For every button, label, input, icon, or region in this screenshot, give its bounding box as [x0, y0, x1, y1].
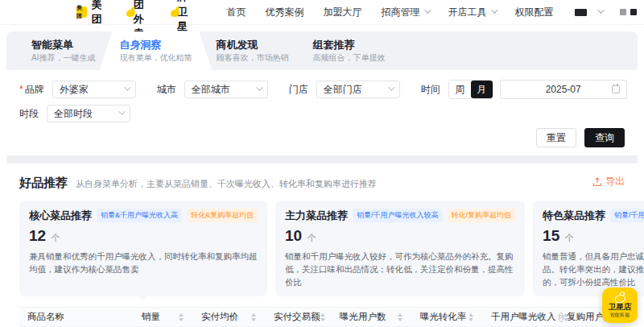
period-value: 全部时段 [54, 107, 114, 121]
card-description: 销量普通，但具备用户忠诚度，适合重点培育或当作引流品。转化率突出的，建议推全门店… [543, 250, 644, 289]
tab-smart-menu[interactable]: 智能菜单 AI推荐，一键生成 [19, 31, 107, 70]
meituan-logo-text: 美团 [91, 0, 106, 27]
col-label: 实付均价 [201, 311, 238, 323]
card-title: 主力菜品推荐 [285, 209, 348, 223]
col-label: 曝光用户数 [340, 311, 386, 323]
chevron-down-icon [388, 84, 394, 90]
panel-gap [6, 155, 638, 164]
main-nav: 首页 优秀案例 加盟大厅 招商管理 开店工具 权限配置 [227, 6, 554, 19]
card-main-dishes[interactable]: 主力菜品推荐 销量/千用户曝光收入较高 转化/复购率超均值 10 个 销量和千用… [275, 201, 525, 297]
required-asterisk: * [19, 84, 23, 95]
tab-self-insight[interactable]: 自身洞察 现有菜单，优化精简 [107, 31, 204, 70]
col-header-sales[interactable]: 销量 [134, 308, 193, 326]
card-special-dishes[interactable]: 特色菜品推荐 销量/千用户曝光收入一般 转化/复购率突出 15 个 销量普通，但… [533, 201, 644, 297]
sales-tag: 销量&千用户曝光收入高 [97, 209, 182, 222]
col-header-conversion-rate[interactable]: 曝光转化率 [412, 308, 483, 326]
chevron-down-icon [124, 84, 130, 90]
tab-title: 自身洞察 [119, 39, 192, 50]
period-select[interactable]: 全部时段 [47, 105, 130, 122]
card-title: 核心菜品推荐 [29, 209, 92, 223]
kangaroo-icon [125, 6, 130, 19]
chevron-down-icon [491, 6, 497, 13]
reset-button[interactable]: 重置 [536, 128, 576, 147]
city-label: 城市 [157, 83, 176, 97]
col-header-gmv[interactable]: 实付交易额 [266, 308, 332, 326]
avatar-masked[interactable] [620, 9, 637, 15]
card-core-dishes[interactable]: 核心菜品推荐 销量&千用户曝光收入高 转化&复购率超均值 12 个 兼具销量和优… [19, 201, 267, 297]
sales-tag: 销量/千用户曝光收入较高 [353, 209, 443, 222]
sort-icon[interactable] [398, 313, 402, 321]
card-count: 15 [543, 227, 559, 244]
satellite-assistant-button[interactable]: 卫星店 智能客服 [602, 288, 638, 323]
col-label: 实付交易额 [274, 311, 320, 323]
nav-item-permissions[interactable]: 权限配置 [515, 6, 554, 19]
export-label: 导出 [605, 175, 625, 188]
feature-tabstrip: 智能菜单 AI推荐，一键生成 自身洞察 现有菜单，优化精简 商机发现 顾客喜欢，… [6, 31, 638, 70]
col-header-avg-price[interactable]: 实付均价 [193, 308, 266, 326]
store-value: 全部门店 [324, 83, 384, 97]
chevron-down-icon [424, 6, 431, 13]
chevron-down-icon [256, 84, 262, 90]
account-name-masked[interactable] [575, 9, 587, 16]
meituan-logo: 美团 美团 [76, 0, 107, 27]
nav-label: 开店工具 [448, 6, 487, 19]
topbar-right [575, 6, 644, 18]
nav-item-merchant-mgmt[interactable]: 招商管理 [382, 6, 429, 19]
chevron-down-icon[interactable] [597, 6, 604, 13]
sort-icon[interactable] [320, 313, 325, 321]
floating-label-1: 卫星店 [609, 303, 632, 312]
sort-icon[interactable] [179, 313, 184, 321]
table-header-row: 商品名称 销量 实付均价 实付交易额 曝光用户数 [19, 307, 625, 327]
recommendation-panel: 好品推荐 从自身菜单分析，主要从菜品销量、千次曝光收入、转化率和复购率进行推荐 … [6, 164, 638, 327]
nav-item-cases[interactable]: 优秀案例 [266, 6, 304, 19]
month-option[interactable]: 月 [471, 81, 493, 98]
satellite-store-icon [169, 6, 173, 19]
store-label: 门店 [289, 83, 308, 97]
sort-icon[interactable] [251, 313, 256, 321]
calendar-icon [612, 85, 620, 93]
query-button[interactable]: 查询 [584, 128, 625, 147]
tab-subtitle: 现有菜单，优化精简 [119, 54, 192, 62]
brand-label: 品牌 [25, 83, 44, 97]
tab-title: 商机发现 [216, 39, 288, 50]
col-label: 千用户曝光收入 [491, 311, 556, 323]
card-count-unit: 个 [308, 233, 316, 242]
floating-label-2: 智能客服 [610, 313, 630, 318]
card-count-unit: 个 [565, 233, 574, 242]
card-description: 兼具销量和优秀的千用户曝光收入，同时转化率和复购率均超均值，建议作为核心菜品售卖 [29, 250, 258, 276]
col-label: 销量 [142, 311, 160, 323]
export-icon [592, 177, 602, 187]
store-select[interactable]: 全部门店 [316, 81, 400, 98]
tab-opportunity[interactable]: 商机发现 顾客喜欢，市场热销 [204, 31, 300, 70]
tab-subtitle: 高频组合，下单提效 [312, 54, 385, 62]
col-header-rev-per-k-exposure[interactable]: 千用户曝光收入 ? [483, 308, 559, 326]
period-label: 时段 [19, 107, 39, 121]
time-label: 时间 [421, 83, 440, 97]
nav-item-store-tools[interactable]: 开店工具 [448, 6, 496, 19]
city-value: 全部城市 [192, 83, 252, 97]
top-navbar: 美团 美团 美团外卖 品牌卫星店 首页 优秀案例 加盟大厅 招商管理 开店工具 … [0, 0, 644, 25]
export-button[interactable]: 导出 [592, 175, 625, 188]
week-option[interactable]: 周 [449, 81, 471, 98]
time-granularity-toggle: 周 月 [448, 80, 493, 99]
sort-icon[interactable] [469, 313, 473, 321]
tab-title: 智能菜单 [31, 39, 95, 50]
tab-combo-recommend[interactable]: 组套推荐 高频组合，下单提效 [300, 31, 397, 70]
col-label: 商品名称 [27, 311, 64, 323]
filter-panel: * 品牌 外婆家 城市 全部城市 门店 全部门店 [6, 70, 638, 155]
nav-item-franchise-hall[interactable]: 加盟大厅 [324, 6, 362, 19]
col-label: 曝光转化率 [420, 311, 467, 323]
sales-tag: 销量/千用户曝光收入一般 [610, 209, 644, 222]
col-header-exposure-users[interactable]: 曝光用户数 [332, 308, 412, 326]
conversion-tag: 转化/复购率超均值 [448, 209, 516, 222]
tab-subtitle: AI推荐，一键生成 [31, 54, 95, 62]
brand-select[interactable]: 外婆家 [52, 81, 136, 98]
section-title: 好品推荐 [19, 176, 68, 191]
nav-label: 招商管理 [382, 6, 420, 19]
city-select[interactable]: 全部城市 [184, 81, 268, 98]
conversion-tag: 转化&复购率超均值 [187, 209, 258, 222]
date-picker[interactable]: 2025-07 [500, 80, 627, 99]
nav-item-home[interactable]: 首页 [227, 6, 246, 19]
date-value: 2025-07 [546, 84, 581, 95]
brand-value: 外婆家 [60, 83, 120, 97]
